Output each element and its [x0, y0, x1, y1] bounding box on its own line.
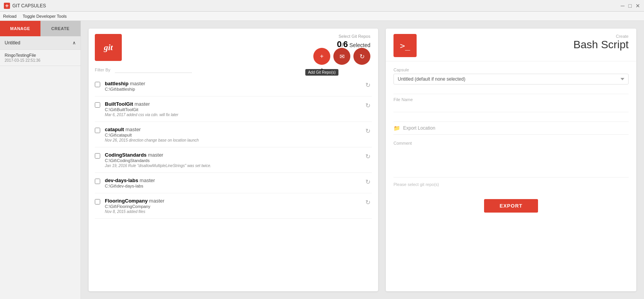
- capsule-field: Capsule Untitled (default if none select…: [393, 68, 629, 84]
- repo-refresh-catapult[interactable]: ↻: [364, 127, 372, 135]
- repo-item-devdayslabs: dev-days-labs master C:\Git\dev-days-lab…: [95, 173, 372, 193]
- sidebar-file-item[interactable]: RingoTestingFile 2017-03-15 22:51:36: [0, 50, 81, 66]
- repo-info-battleship: battleship master C:\Git\battleship: [105, 81, 364, 91]
- repo-name-codingstandards: CodingStandards master: [105, 152, 364, 158]
- export-location-label: Export Location: [403, 125, 435, 131]
- select-git-repos-label: Select Git Repos: [337, 34, 370, 39]
- repo-info-codingstandards: CodingStandards master C:\Git\CodingStan…: [105, 152, 364, 168]
- filename-label: File Name: [393, 97, 629, 102]
- menu-bar: Reload Toggle Developer Tools: [0, 12, 644, 21]
- create-panel-title-area: Create Bash Script: [423, 34, 629, 51]
- repo-info-builttoolgit: BuiltToolGit master C:\Git\BuiltToolGit …: [105, 101, 364, 117]
- repo-item-codingstandards: CodingStandards master C:\Git\CodingStan…: [95, 147, 372, 173]
- comment-textarea[interactable]: [393, 147, 629, 174]
- repo-refresh-devdayslabs[interactable]: ↻: [364, 178, 372, 186]
- repo-checkbox-flooringcompany[interactable]: [95, 199, 100, 204]
- git-panel: git Select Git Repos 0/6 Selected + Add …: [89, 29, 378, 291]
- sidebar-file-date: 2017-03-15 22:51:36: [5, 58, 76, 63]
- title-bar: GIT CAPSULES ─ □ ✕: [0, 0, 644, 12]
- repo-refresh-flooringcompany[interactable]: ↻: [364, 199, 372, 206]
- folder-icon: 📁: [393, 125, 400, 131]
- divider-1: [393, 94, 629, 94]
- maximize-button[interactable]: □: [629, 3, 632, 9]
- app-container: MANAGE CREATE Untitled ∧ RingoTestingFil…: [0, 21, 644, 299]
- email-button[interactable]: ✉: [333, 48, 350, 65]
- sidebar-tab-create[interactable]: CREATE: [40, 21, 81, 36]
- divider-3: [393, 177, 629, 177]
- repo-checkbox-builttoolgit[interactable]: [95, 102, 100, 108]
- repo-path-codingstandards: C:\Git\CodingStandards: [105, 158, 364, 163]
- capsule-label: Capsule: [393, 68, 629, 72]
- add-git-repo-button[interactable]: + Add Git Repo(s): [313, 48, 330, 65]
- repo-commit-flooringcompany: Nov 8, 2015 added files: [105, 209, 364, 214]
- repo-checkbox-codingstandards[interactable]: [95, 153, 100, 159]
- repo-item-flooringcompany: FlooringCompany master C:\Git\FlooringCo…: [95, 193, 372, 219]
- export-button[interactable]: EXPORT: [484, 199, 538, 213]
- email-icon: ✉: [340, 53, 345, 60]
- repo-name-builttoolgit: BuiltToolGit master: [105, 101, 364, 107]
- repo-checkbox-battleship[interactable]: [95, 82, 100, 87]
- repo-item-builttoolgit: BuiltToolGit master C:\Git\BuiltToolGit …: [95, 96, 372, 122]
- menu-reload[interactable]: Reload: [3, 14, 17, 19]
- repo-refresh-battleship[interactable]: ↻: [364, 81, 372, 89]
- minimize-button[interactable]: ─: [621, 3, 625, 9]
- repo-refresh-codingstandards[interactable]: ↻: [364, 153, 372, 160]
- bash-script-title: Bash Script: [423, 39, 629, 51]
- app-title: GIT CAPSULES: [12, 3, 46, 8]
- repo-info-flooringcompany: FlooringCompany master C:\Git\FlooringCo…: [105, 198, 364, 214]
- menu-toggle-dev-tools[interactable]: Toggle Developer Tools: [23, 14, 67, 19]
- action-buttons: + Add Git Repo(s) ✉ ↻: [313, 48, 370, 65]
- repo-path-devdayslabs: C:\Git\dev-days-labs: [105, 184, 364, 188]
- repo-info-catapult: catapult master C:\Git\catapult Nov 26, …: [105, 127, 364, 142]
- repo-name-catapult: catapult master: [105, 127, 364, 132]
- capsule-select[interactable]: Untitled (default if none selected): [393, 74, 629, 84]
- export-btn-row: EXPORT: [393, 193, 629, 213]
- main-content: git Select Git Repos 0/6 Selected + Add …: [81, 21, 644, 299]
- repo-item-catapult: catapult master C:\Git\catapult Nov 26, …: [95, 122, 372, 147]
- sidebar-capsule-name: Untitled: [5, 40, 20, 46]
- export-location-row: 📁 Export Location: [393, 125, 629, 135]
- refresh-icon: ↻: [360, 53, 365, 60]
- repo-list: battleship master C:\Git\battleship ↻ Bu…: [89, 76, 378, 291]
- add-icon: +: [320, 53, 323, 60]
- sidebar-capsule-item[interactable]: Untitled ∧: [0, 36, 81, 50]
- divider-2: [393, 122, 629, 122]
- repo-commit-builttoolgit: Mar 6, 2017 added css via cdn. will fix …: [105, 113, 364, 117]
- repo-name-battleship: battleship master: [105, 81, 364, 86]
- selected-count-display: 0/6 Selected: [337, 42, 370, 48]
- sidebar-tab-manage[interactable]: MANAGE: [0, 21, 40, 36]
- repo-checkbox-catapult[interactable]: [95, 128, 100, 133]
- repo-checkbox-devdayslabs[interactable]: [95, 179, 100, 184]
- repo-path-builttoolgit: C:\Git\BuiltToolGit: [105, 107, 364, 112]
- repo-name-devdayslabs: dev-days-labs master: [105, 177, 364, 183]
- please-select-message: Please select git repo(s): [393, 182, 629, 187]
- filter-by-section: Filter By: [89, 65, 378, 76]
- create-label: Create: [423, 34, 629, 39]
- create-panel: >_ Create Bash Script Capsule Untitled (…: [386, 29, 636, 291]
- filter-by-label: Filter By: [95, 68, 110, 72]
- refresh-all-button[interactable]: ↻: [353, 48, 370, 65]
- close-button[interactable]: ✕: [636, 3, 640, 9]
- create-panel-body: Capsule Untitled (default if none select…: [386, 61, 636, 291]
- window-controls[interactable]: ─ □ ✕: [621, 3, 640, 9]
- repo-info-devdayslabs: dev-days-labs master C:\Git\dev-days-lab…: [105, 177, 364, 188]
- git-panel-header: git Select Git Repos 0/6 Selected + Add …: [89, 29, 378, 65]
- repo-path-flooringcompany: C:\Git\FlooringCompany: [105, 204, 364, 209]
- sidebar: MANAGE CREATE Untitled ∧ RingoTestingFil…: [0, 21, 81, 299]
- terminal-logo: >_: [393, 34, 417, 57]
- git-panel-top-right: Select Git Repos 0/6 Selected: [337, 34, 370, 49]
- repo-path-catapult: C:\Git\catapult: [105, 133, 364, 137]
- repo-name-flooringcompany: FlooringCompany master: [105, 198, 364, 204]
- filter-input[interactable]: [115, 66, 192, 73]
- create-panel-header: >_ Create Bash Script: [386, 29, 636, 61]
- filename-field: File Name: [393, 97, 629, 112]
- repo-refresh-builttoolgit[interactable]: ↻: [364, 102, 372, 109]
- repo-item-battleship: battleship master C:\Git\battleship ↻: [95, 76, 372, 96]
- repo-commit-catapult: Nov 26, 2015 direction change base on lo…: [105, 138, 364, 142]
- repo-path-battleship: C:\Git\battleship: [105, 87, 364, 91]
- sidebar-tabs: MANAGE CREATE: [0, 21, 81, 36]
- sidebar-file-name: RingoTestingFile: [5, 53, 76, 57]
- filename-input[interactable]: [393, 103, 629, 112]
- selected-label: Selected: [348, 42, 370, 48]
- comment-label: Comment: [393, 141, 629, 145]
